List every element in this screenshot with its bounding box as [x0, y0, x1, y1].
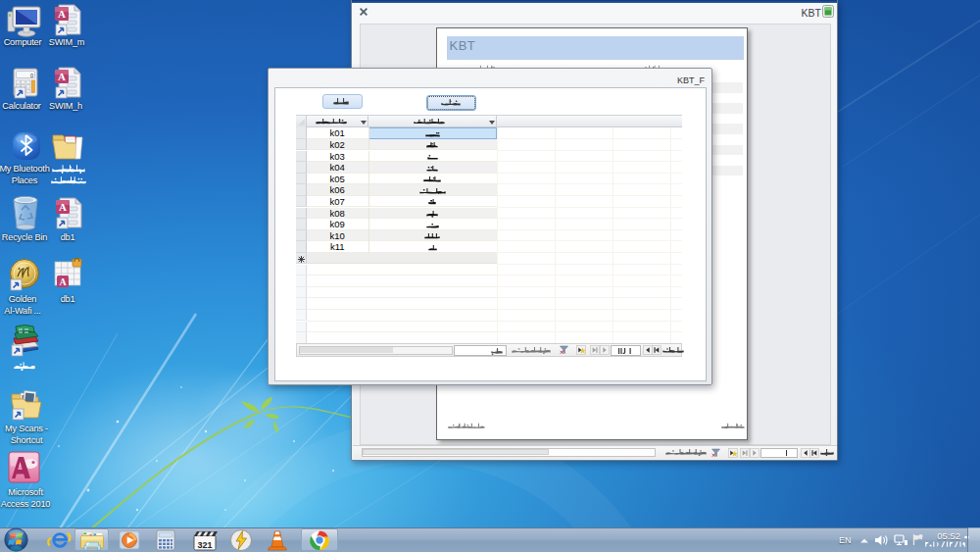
svg-text:A: A [59, 276, 67, 287]
svg-text:321: 321 [197, 540, 212, 550]
svg-text:A: A [58, 71, 66, 82]
svg-text:0: 0 [30, 73, 33, 78]
svg-text:A: A [58, 8, 66, 20]
svg-text:A: A [59, 201, 67, 213]
